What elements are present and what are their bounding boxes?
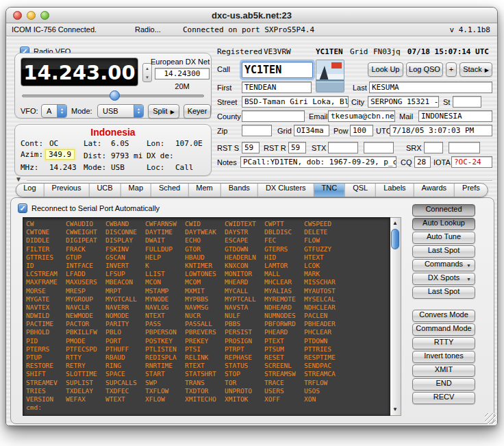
last-name-field[interactable]: KESUMA: [369, 82, 492, 93]
tnc-command: GTUP: [66, 253, 105, 261]
tab-sched[interactable]: Sched: [151, 184, 188, 197]
rst-sent-field[interactable]: 59: [242, 142, 260, 153]
last-spot-button[interactable]: Last Spot: [412, 286, 475, 299]
connected-button[interactable]: Connected: [412, 204, 475, 216]
srx-field[interactable]: [424, 142, 443, 153]
notes-field[interactable]: PCall:YD1TEN, dob: 1967-09-29, p_call: [240, 156, 396, 168]
add-button[interactable]: +: [446, 62, 457, 77]
terminal-line: FILTERFRACKFSKINVFULLDUPGTORGTDOWNGTERRS…: [26, 245, 390, 253]
side-buttons-top: ConnectedAuto LookupAuto TuneLast SpotCo…: [412, 204, 475, 299]
stepper-down-icon[interactable]: ▼: [145, 75, 149, 79]
srx-field-2[interactable]: [449, 142, 480, 153]
tab-qsl[interactable]: QSL: [344, 184, 375, 197]
end-button[interactable]: END: [412, 378, 475, 391]
tnc-command: PASSALL: [185, 320, 225, 327]
frequency-stepper[interactable]: ▲ ▼: [142, 63, 152, 82]
grid-field[interactable]: OI34ma: [294, 125, 329, 136]
tab-mem[interactable]: Mem: [188, 184, 220, 197]
tnc-command: DWAIT: [145, 236, 185, 244]
tab-previous[interactable]: Previous: [44, 184, 89, 197]
look-up-button[interactable]: Look Up: [368, 62, 403, 77]
tnc-command: PBPERSON: [145, 328, 185, 336]
tnc-command: PTFECSPD: [66, 345, 105, 353]
country-name: Indonesia: [15, 127, 211, 138]
tnc-command: PBREVERS: [185, 328, 225, 336]
zip-field[interactable]: [242, 125, 272, 136]
city-field[interactable]: SERPONG 15321 - B: [368, 96, 439, 108]
utc-field[interactable]: 7/18/05 3:07:03 PM: [390, 125, 492, 136]
tnc-command: SHIFT: [26, 370, 66, 377]
tab-awards[interactable]: Awards: [414, 184, 454, 197]
mode-select[interactable]: USB ▲▼: [97, 104, 144, 118]
tab-log[interactable]: Log: [16, 184, 43, 197]
stack-button[interactable]: Stack▶: [459, 62, 492, 77]
rst-received-field[interactable]: 59: [288, 142, 306, 153]
tuning-slider-thumb[interactable]: [110, 90, 120, 101]
frequency-entry-field[interactable]: 14.24300: [155, 68, 210, 79]
stepper-up-icon[interactable]: ▲: [145, 66, 149, 71]
cq-zone-label: CQ: [401, 158, 412, 166]
mail-field[interactable]: INDONESIA: [418, 110, 492, 122]
button-label: DX Spots: [428, 273, 459, 282]
call-field[interactable]: YC1TEN: [242, 62, 313, 78]
recv-button[interactable]: RECV: [412, 392, 475, 404]
tnc-command: VERSION: [26, 395, 66, 403]
tab-prefs[interactable]: Prefs: [454, 184, 488, 197]
power-field[interactable]: 100: [350, 125, 373, 136]
scroll-down-icon[interactable]: ▼: [390, 406, 400, 414]
state-field[interactable]: [453, 96, 481, 108]
log-qso-button[interactable]: Log QSO: [406, 62, 443, 77]
email-field[interactable]: tkesuma@cbn.net: [328, 110, 395, 122]
tnc-command: GTFUZZY: [304, 245, 344, 253]
keyer-button[interactable]: Keyer: [184, 104, 211, 119]
tab-tnc[interactable]: TNC: [314, 184, 345, 197]
net-label: European DX Net: [151, 58, 210, 66]
county-field[interactable]: [242, 110, 305, 122]
tnc-command: RING: [105, 362, 145, 369]
auto-tune-button[interactable]: Auto Tune: [412, 232, 475, 244]
scroll-up-icon[interactable]: ▲: [390, 219, 400, 227]
first-name-field[interactable]: TENDEAN: [242, 82, 312, 93]
rst-received-label: RST R: [264, 144, 286, 152]
last-spot-button[interactable]: Last Spot: [412, 245, 475, 258]
tnc-command: PACTIME: [26, 320, 66, 327]
resize-grip[interactable]: [485, 413, 496, 424]
street-field[interactable]: BSD-Taman Giri Loka, Blok: [242, 96, 349, 108]
scrollbar-thumb[interactable]: [391, 229, 399, 249]
qsl-card-image[interactable]: [316, 60, 344, 92]
dx-spots-button[interactable]: DX Spots▼: [412, 273, 475, 285]
terminal-scrollbar[interactable]: ▲ ▼: [390, 217, 401, 416]
rtty-button[interactable]: RTTY: [412, 337, 475, 349]
stx-field-2[interactable]: [364, 142, 394, 153]
iota-field[interactable]: ?OC-24: [451, 156, 492, 168]
tnc-command: XON: [304, 395, 344, 403]
split-button[interactable]: Split▶: [148, 104, 179, 119]
tab-labels[interactable]: Labels: [375, 184, 413, 197]
vfo-selected-value: A: [47, 107, 51, 115]
tnc-command: MCON: [145, 278, 185, 286]
cq-zone-field[interactable]: 28: [414, 156, 431, 168]
reconnect-label: Reconnect to Serial Port Automatically: [32, 204, 160, 212]
convers-mode-button[interactable]: Convers Mode: [412, 310, 475, 322]
azimuth-info: Azim:349.9: [21, 150, 75, 159]
tab-map[interactable]: Map: [121, 184, 151, 197]
tab-dx-clusters[interactable]: DX Clusters: [257, 184, 314, 197]
invert-tones-button[interactable]: Invert tones: [412, 351, 475, 363]
tab-bands[interactable]: Bands: [220, 184, 257, 197]
xmit-button[interactable]: XMIT: [412, 364, 475, 377]
reconnect-checkbox[interactable]: ✓: [18, 203, 27, 213]
tnc-command: CWTONE: [26, 228, 66, 236]
tnc-command: MYNODE: [145, 295, 185, 303]
tab-ucb[interactable]: UCB: [88, 184, 120, 197]
commands-button[interactable]: Commands▼: [412, 259, 475, 271]
stx-field[interactable]: [328, 142, 358, 153]
popup-arrows-icon: ▲▼: [57, 105, 66, 117]
tnc-terminal[interactable]: CWCWAUDIOCWBANDCWFARNSWCWIDCWIDTEXTCWPTT…: [23, 217, 390, 416]
tnc-command: HID: [264, 253, 304, 261]
disclosure-triangle-icon[interactable]: ▼: [15, 175, 22, 183]
vfo-select[interactable]: A ▲▼: [41, 104, 67, 118]
auto-lookup-button[interactable]: Auto Lookup: [412, 218, 475, 230]
vfo-label: VFO:: [21, 107, 38, 115]
tnc-command: PBFORWRD: [264, 320, 304, 327]
command-mode-button[interactable]: Command Mode: [412, 323, 475, 336]
